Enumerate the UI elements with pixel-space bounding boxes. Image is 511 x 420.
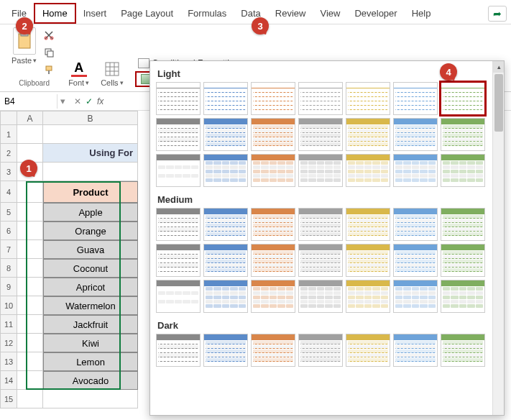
data-cell[interactable]: Kiwi	[43, 334, 138, 352]
table-style-option[interactable]	[251, 280, 295, 313]
table-style-option[interactable]	[441, 208, 485, 241]
format-painter-button[interactable]	[41, 62, 57, 78]
chevron-down-icon[interactable]: ▾	[33, 57, 37, 64]
scroll-up-button[interactable]: ▴	[493, 61, 505, 73]
table-style-option[interactable]	[298, 154, 343, 187]
data-cell[interactable]: Coconut	[43, 259, 138, 278]
table-style-option[interactable]	[203, 208, 248, 241]
cancel-icon[interactable]: ✕	[74, 96, 81, 106]
col-header-a[interactable]: A	[17, 111, 43, 125]
row-header[interactable]: 7	[0, 240, 17, 259]
font-color-button[interactable]: A	[71, 61, 87, 77]
row-header[interactable]: 4	[0, 181, 17, 203]
table-style-option[interactable]	[393, 82, 438, 115]
table-style-option[interactable]	[393, 154, 438, 187]
table-style-option[interactable]	[346, 208, 390, 241]
gallery-scrollbar[interactable]: ▴	[492, 61, 504, 415]
row-header[interactable]: 10	[0, 296, 17, 315]
table-style-option[interactable]	[156, 280, 201, 313]
table-style-option[interactable]	[156, 118, 201, 151]
tab-help[interactable]: Help	[405, 4, 438, 22]
copy-button[interactable]	[41, 45, 57, 60]
table-style-option[interactable]	[346, 280, 390, 313]
row-header[interactable]: 8	[0, 259, 17, 278]
tab-review[interactable]: Review	[268, 4, 313, 22]
data-cell[interactable]: Lemon	[43, 352, 138, 371]
table-style-option[interactable]	[156, 82, 201, 115]
scroll-thumb[interactable]	[494, 74, 503, 132]
row-header[interactable]: 14	[0, 371, 17, 390]
row-header[interactable]: 5	[0, 203, 17, 222]
tab-page-layout[interactable]: Page Layout	[114, 4, 180, 22]
table-style-option[interactable]	[298, 244, 343, 277]
table-style-option[interactable]	[346, 334, 390, 367]
data-cell[interactable]: Avocado	[43, 371, 138, 390]
tab-insert[interactable]: Insert	[76, 4, 114, 22]
col-header-b[interactable]: B	[43, 111, 138, 125]
table-style-option[interactable]	[441, 82, 485, 115]
table-style-option[interactable]	[298, 118, 343, 151]
table-style-option[interactable]	[251, 82, 295, 115]
row-header[interactable]: 6	[0, 222, 17, 240]
row-header[interactable]: 12	[0, 334, 17, 352]
table-style-option[interactable]	[441, 280, 485, 313]
table-style-option[interactable]	[251, 334, 295, 367]
chevron-down-icon[interactable]: ▾	[57, 96, 68, 106]
tab-view[interactable]: View	[313, 4, 347, 22]
table-style-option[interactable]	[251, 208, 295, 241]
table-style-option[interactable]	[393, 118, 438, 151]
table-style-option[interactable]	[251, 154, 295, 187]
data-cell[interactable]: Watermelon	[43, 296, 138, 315]
row-header[interactable]: 15	[0, 390, 17, 408]
row-header[interactable]: 2	[0, 144, 17, 163]
table-style-option[interactable]	[203, 244, 248, 277]
row-header[interactable]: 3	[0, 163, 17, 181]
table-style-option[interactable]	[441, 118, 485, 151]
table-style-option[interactable]	[203, 154, 248, 187]
table-header[interactable]: Product	[43, 181, 138, 203]
table-style-option[interactable]	[346, 118, 390, 151]
table-style-option[interactable]	[298, 334, 343, 367]
chevron-down-icon[interactable]: ▾	[120, 79, 124, 86]
table-style-option[interactable]	[441, 244, 485, 277]
table-style-option[interactable]	[203, 280, 248, 313]
table-style-option[interactable]	[251, 244, 295, 277]
table-style-option[interactable]	[156, 334, 201, 367]
table-style-option[interactable]	[298, 82, 343, 115]
enter-icon[interactable]: ✓	[86, 96, 93, 106]
cells-button[interactable]	[104, 61, 120, 77]
row-header[interactable]: 11	[0, 315, 17, 334]
data-cell[interactable]: Guava	[43, 240, 138, 259]
table-style-option[interactable]	[441, 334, 485, 367]
table-style-option[interactable]	[203, 334, 248, 367]
row-header[interactable]: 1	[0, 125, 17, 144]
table-style-option[interactable]	[393, 244, 438, 277]
table-style-option[interactable]	[346, 154, 390, 187]
table-style-option[interactable]	[203, 118, 248, 151]
table-style-option[interactable]	[298, 208, 343, 241]
table-style-option[interactable]	[441, 154, 485, 187]
name-box[interactable]	[0, 94, 57, 109]
table-style-option[interactable]	[156, 244, 201, 277]
table-style-option[interactable]	[298, 280, 343, 313]
table-style-option[interactable]	[203, 82, 248, 115]
cut-button[interactable]	[41, 27, 57, 43]
tab-home[interactable]: Home	[34, 3, 76, 24]
data-cell[interactable]: Apple	[43, 203, 138, 222]
table-style-option[interactable]	[251, 118, 295, 151]
fx-icon[interactable]: fx	[97, 96, 103, 106]
table-style-option[interactable]	[346, 82, 390, 115]
row-header[interactable]: 13	[0, 352, 17, 371]
select-all-corner[interactable]	[0, 111, 17, 125]
table-style-option[interactable]	[156, 154, 201, 187]
tab-developer[interactable]: Developer	[347, 4, 404, 22]
table-style-option[interactable]	[156, 208, 201, 241]
share-button[interactable]: ➦	[488, 6, 507, 22]
data-cell[interactable]: Orange	[43, 222, 138, 240]
tab-formulas[interactable]: Formulas	[180, 4, 234, 22]
table-style-option[interactable]	[393, 334, 438, 367]
data-cell[interactable]: Apricot	[43, 278, 138, 296]
row-header[interactable]: 9	[0, 278, 17, 296]
data-cell[interactable]: Jackfruit	[43, 315, 138, 334]
title-cell[interactable]: Using For	[43, 144, 138, 163]
